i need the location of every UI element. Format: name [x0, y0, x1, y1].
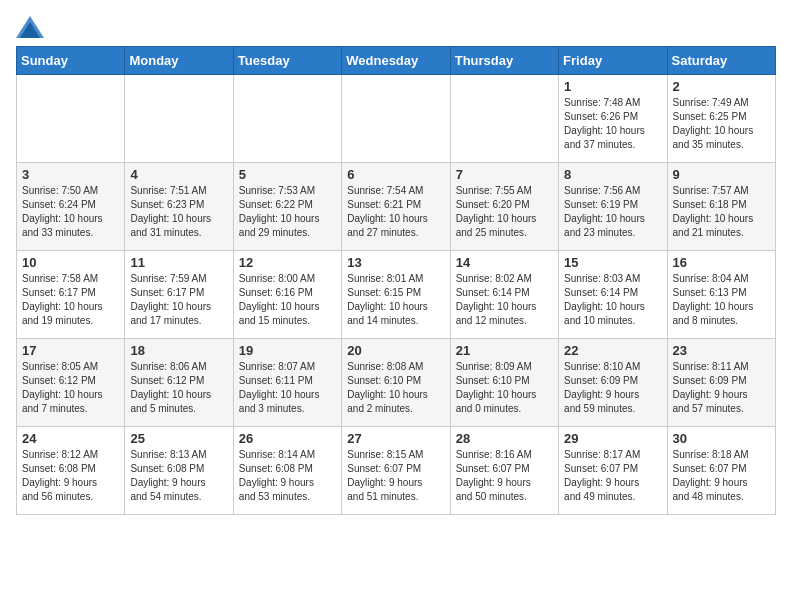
day-number: 17	[22, 343, 119, 358]
day-number: 9	[673, 167, 770, 182]
calendar-cell: 19Sunrise: 8:07 AM Sunset: 6:11 PM Dayli…	[233, 339, 341, 427]
day-number: 15	[564, 255, 661, 270]
calendar: SundayMondayTuesdayWednesdayThursdayFrid…	[16, 46, 776, 515]
day-number: 14	[456, 255, 553, 270]
day-number: 1	[564, 79, 661, 94]
cell-info: Sunrise: 8:17 AM Sunset: 6:07 PM Dayligh…	[564, 448, 661, 504]
calendar-cell: 30Sunrise: 8:18 AM Sunset: 6:07 PM Dayli…	[667, 427, 775, 515]
calendar-cell: 11Sunrise: 7:59 AM Sunset: 6:17 PM Dayli…	[125, 251, 233, 339]
day-number: 21	[456, 343, 553, 358]
day-number: 16	[673, 255, 770, 270]
day-number: 7	[456, 167, 553, 182]
cell-info: Sunrise: 8:16 AM Sunset: 6:07 PM Dayligh…	[456, 448, 553, 504]
cell-info: Sunrise: 8:03 AM Sunset: 6:14 PM Dayligh…	[564, 272, 661, 328]
week-row-1: 1Sunrise: 7:48 AM Sunset: 6:26 PM Daylig…	[17, 75, 776, 163]
weekday-header-row: SundayMondayTuesdayWednesdayThursdayFrid…	[17, 47, 776, 75]
day-number: 13	[347, 255, 444, 270]
calendar-cell: 29Sunrise: 8:17 AM Sunset: 6:07 PM Dayli…	[559, 427, 667, 515]
day-number: 24	[22, 431, 119, 446]
calendar-cell: 7Sunrise: 7:55 AM Sunset: 6:20 PM Daylig…	[450, 163, 558, 251]
cell-info: Sunrise: 8:05 AM Sunset: 6:12 PM Dayligh…	[22, 360, 119, 416]
day-number: 28	[456, 431, 553, 446]
day-number: 11	[130, 255, 227, 270]
calendar-cell: 12Sunrise: 8:00 AM Sunset: 6:16 PM Dayli…	[233, 251, 341, 339]
calendar-cell: 21Sunrise: 8:09 AM Sunset: 6:10 PM Dayli…	[450, 339, 558, 427]
day-number: 26	[239, 431, 336, 446]
calendar-cell: 8Sunrise: 7:56 AM Sunset: 6:19 PM Daylig…	[559, 163, 667, 251]
weekday-header-monday: Monday	[125, 47, 233, 75]
calendar-cell	[233, 75, 341, 163]
calendar-cell: 22Sunrise: 8:10 AM Sunset: 6:09 PM Dayli…	[559, 339, 667, 427]
day-number: 29	[564, 431, 661, 446]
calendar-cell: 4Sunrise: 7:51 AM Sunset: 6:23 PM Daylig…	[125, 163, 233, 251]
cell-info: Sunrise: 7:51 AM Sunset: 6:23 PM Dayligh…	[130, 184, 227, 240]
calendar-cell: 24Sunrise: 8:12 AM Sunset: 6:08 PM Dayli…	[17, 427, 125, 515]
calendar-cell: 28Sunrise: 8:16 AM Sunset: 6:07 PM Dayli…	[450, 427, 558, 515]
calendar-cell: 6Sunrise: 7:54 AM Sunset: 6:21 PM Daylig…	[342, 163, 450, 251]
cell-info: Sunrise: 8:06 AM Sunset: 6:12 PM Dayligh…	[130, 360, 227, 416]
cell-info: Sunrise: 7:56 AM Sunset: 6:19 PM Dayligh…	[564, 184, 661, 240]
header	[16, 16, 776, 38]
day-number: 12	[239, 255, 336, 270]
day-number: 22	[564, 343, 661, 358]
day-number: 3	[22, 167, 119, 182]
weekday-header-wednesday: Wednesday	[342, 47, 450, 75]
cell-info: Sunrise: 7:49 AM Sunset: 6:25 PM Dayligh…	[673, 96, 770, 152]
calendar-cell	[17, 75, 125, 163]
weekday-header-sunday: Sunday	[17, 47, 125, 75]
cell-info: Sunrise: 7:59 AM Sunset: 6:17 PM Dayligh…	[130, 272, 227, 328]
cell-info: Sunrise: 7:57 AM Sunset: 6:18 PM Dayligh…	[673, 184, 770, 240]
cell-info: Sunrise: 8:09 AM Sunset: 6:10 PM Dayligh…	[456, 360, 553, 416]
day-number: 4	[130, 167, 227, 182]
calendar-cell: 25Sunrise: 8:13 AM Sunset: 6:08 PM Dayli…	[125, 427, 233, 515]
cell-info: Sunrise: 8:15 AM Sunset: 6:07 PM Dayligh…	[347, 448, 444, 504]
calendar-cell: 15Sunrise: 8:03 AM Sunset: 6:14 PM Dayli…	[559, 251, 667, 339]
calendar-cell: 5Sunrise: 7:53 AM Sunset: 6:22 PM Daylig…	[233, 163, 341, 251]
weekday-header-tuesday: Tuesday	[233, 47, 341, 75]
cell-info: Sunrise: 7:48 AM Sunset: 6:26 PM Dayligh…	[564, 96, 661, 152]
cell-info: Sunrise: 8:18 AM Sunset: 6:07 PM Dayligh…	[673, 448, 770, 504]
calendar-cell	[125, 75, 233, 163]
calendar-cell: 17Sunrise: 8:05 AM Sunset: 6:12 PM Dayli…	[17, 339, 125, 427]
cell-info: Sunrise: 8:10 AM Sunset: 6:09 PM Dayligh…	[564, 360, 661, 416]
week-row-5: 24Sunrise: 8:12 AM Sunset: 6:08 PM Dayli…	[17, 427, 776, 515]
cell-info: Sunrise: 8:13 AM Sunset: 6:08 PM Dayligh…	[130, 448, 227, 504]
calendar-cell: 27Sunrise: 8:15 AM Sunset: 6:07 PM Dayli…	[342, 427, 450, 515]
week-row-2: 3Sunrise: 7:50 AM Sunset: 6:24 PM Daylig…	[17, 163, 776, 251]
day-number: 20	[347, 343, 444, 358]
calendar-cell: 1Sunrise: 7:48 AM Sunset: 6:26 PM Daylig…	[559, 75, 667, 163]
cell-info: Sunrise: 8:14 AM Sunset: 6:08 PM Dayligh…	[239, 448, 336, 504]
cell-info: Sunrise: 8:04 AM Sunset: 6:13 PM Dayligh…	[673, 272, 770, 328]
logo-icon	[16, 16, 44, 38]
cell-info: Sunrise: 8:00 AM Sunset: 6:16 PM Dayligh…	[239, 272, 336, 328]
cell-info: Sunrise: 8:01 AM Sunset: 6:15 PM Dayligh…	[347, 272, 444, 328]
weekday-header-thursday: Thursday	[450, 47, 558, 75]
day-number: 27	[347, 431, 444, 446]
cell-info: Sunrise: 8:12 AM Sunset: 6:08 PM Dayligh…	[22, 448, 119, 504]
calendar-cell: 10Sunrise: 7:58 AM Sunset: 6:17 PM Dayli…	[17, 251, 125, 339]
day-number: 5	[239, 167, 336, 182]
day-number: 25	[130, 431, 227, 446]
week-row-4: 17Sunrise: 8:05 AM Sunset: 6:12 PM Dayli…	[17, 339, 776, 427]
cell-info: Sunrise: 8:07 AM Sunset: 6:11 PM Dayligh…	[239, 360, 336, 416]
day-number: 10	[22, 255, 119, 270]
day-number: 2	[673, 79, 770, 94]
cell-info: Sunrise: 8:08 AM Sunset: 6:10 PM Dayligh…	[347, 360, 444, 416]
day-number: 18	[130, 343, 227, 358]
calendar-cell: 9Sunrise: 7:57 AM Sunset: 6:18 PM Daylig…	[667, 163, 775, 251]
cell-info: Sunrise: 7:53 AM Sunset: 6:22 PM Dayligh…	[239, 184, 336, 240]
calendar-cell: 3Sunrise: 7:50 AM Sunset: 6:24 PM Daylig…	[17, 163, 125, 251]
week-row-3: 10Sunrise: 7:58 AM Sunset: 6:17 PM Dayli…	[17, 251, 776, 339]
calendar-cell	[342, 75, 450, 163]
calendar-cell: 18Sunrise: 8:06 AM Sunset: 6:12 PM Dayli…	[125, 339, 233, 427]
calendar-cell	[450, 75, 558, 163]
cell-info: Sunrise: 7:54 AM Sunset: 6:21 PM Dayligh…	[347, 184, 444, 240]
calendar-cell: 26Sunrise: 8:14 AM Sunset: 6:08 PM Dayli…	[233, 427, 341, 515]
day-number: 23	[673, 343, 770, 358]
cell-info: Sunrise: 7:50 AM Sunset: 6:24 PM Dayligh…	[22, 184, 119, 240]
day-number: 6	[347, 167, 444, 182]
weekday-header-friday: Friday	[559, 47, 667, 75]
cell-info: Sunrise: 7:55 AM Sunset: 6:20 PM Dayligh…	[456, 184, 553, 240]
calendar-cell: 16Sunrise: 8:04 AM Sunset: 6:13 PM Dayli…	[667, 251, 775, 339]
calendar-cell: 20Sunrise: 8:08 AM Sunset: 6:10 PM Dayli…	[342, 339, 450, 427]
